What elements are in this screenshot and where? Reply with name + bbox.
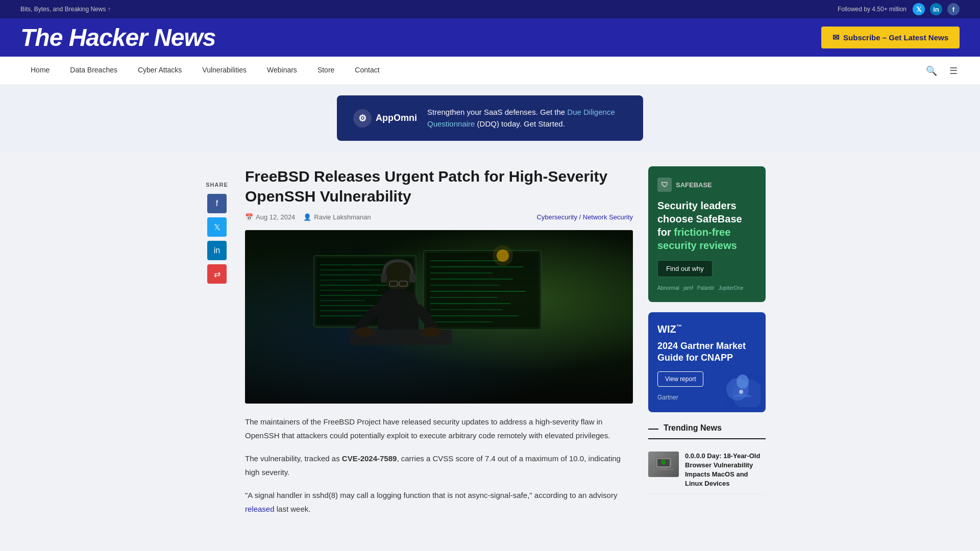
ad-banner[interactable]: ⚙ AppOmni Strengthen your SaaS defenses.… bbox=[337, 95, 643, 141]
partner-jupiterone: JupiterOne bbox=[719, 285, 744, 291]
trending-title: Trending News bbox=[664, 423, 722, 433]
safebase-highlight: friction-free security reviews bbox=[657, 227, 737, 251]
svg-rect-30 bbox=[381, 273, 387, 283]
trending-item-title[interactable]: 0.0.0.0 Day: 18-Year-Old Browser Vulnera… bbox=[685, 452, 766, 489]
top-bar-right: Followed by 4.50+ million 𝕏 in f bbox=[838, 3, 960, 15]
followers-text: Followed by 4.50+ million bbox=[838, 6, 906, 13]
svg-point-40 bbox=[739, 390, 743, 394]
trending-section: — Trending News bbox=[648, 422, 766, 494]
svg-rect-31 bbox=[409, 273, 415, 283]
facebook-icon[interactable]: f bbox=[947, 3, 960, 15]
social-icons: 𝕏 in f bbox=[913, 3, 960, 15]
safebase-ad[interactable]: 🛡 SAFEBASE Security leaders choose SafeB… bbox=[648, 166, 766, 302]
nav-data-breaches[interactable]: Data Breaches bbox=[60, 57, 128, 85]
safebase-partner-logos: Abnormal jamf Palantir JupiterOne bbox=[657, 285, 756, 291]
article-meta-left: 📅 Aug 12, 2024 👤 Ravie Lakshmanan bbox=[245, 213, 371, 221]
wiz-cta-button[interactable]: View report bbox=[657, 371, 703, 387]
article-image-bg bbox=[245, 230, 633, 404]
share-label: SHARE bbox=[206, 182, 228, 188]
nav-links: Home Data Breaches Cyber Attacks Vulnera… bbox=[20, 57, 390, 85]
search-button[interactable]: 🔍 bbox=[924, 63, 939, 79]
svg-point-36 bbox=[493, 245, 513, 266]
article-meta: 📅 Aug 12, 2024 👤 Ravie Lakshmanan Cybers… bbox=[245, 213, 633, 221]
twitter-icon[interactable]: 𝕏 bbox=[913, 3, 925, 15]
tagline: Bits, Bytes, and Breaking News ↑ bbox=[20, 6, 111, 13]
svg-rect-44 bbox=[660, 468, 667, 469]
safebase-logo-icon: 🛡 bbox=[657, 178, 672, 192]
article-body: The maintainers of the FreeBSD Project h… bbox=[245, 415, 633, 516]
share-linkedin-button[interactable]: in bbox=[207, 241, 227, 260]
partner-jamf: jamf bbox=[683, 285, 693, 291]
partner-abnormal: Abnormal bbox=[657, 285, 679, 291]
menu-button[interactable]: ☰ bbox=[947, 63, 960, 79]
nav-webinars[interactable]: Webinars bbox=[257, 57, 307, 85]
appomni-logo: ⚙ AppOmni bbox=[353, 109, 417, 128]
wiz-title: 2024 Gartner Market Guide for CNAPP bbox=[657, 340, 756, 364]
right-sidebar: 🛡 SAFEBASE Security leaders choose SafeB… bbox=[648, 166, 766, 525]
article-paragraph-2: The vulnerability, tracked as CVE-2024-7… bbox=[245, 452, 633, 479]
envelope-icon: ✉ bbox=[832, 33, 839, 42]
ad-ddq-link[interactable]: Due Diligence Questionnaire bbox=[427, 108, 615, 128]
article-category[interactable]: Cybersecurity / Network Security bbox=[536, 213, 633, 221]
safebase-title: Security leaders choose SafeBase for fri… bbox=[657, 199, 756, 252]
nav-icons: 🔍 ☰ bbox=[924, 63, 960, 79]
top-bar: Bits, Bytes, and Breaking News ↑ Followe… bbox=[0, 0, 980, 18]
nav-home[interactable]: Home bbox=[20, 57, 60, 85]
article-title: FreeBSD Releases Urgent Patch for High-S… bbox=[245, 166, 633, 206]
nav-store[interactable]: Store bbox=[307, 57, 345, 85]
header: The Hacker News ✉ Subscribe – Get Latest… bbox=[0, 18, 980, 57]
wiz-logo: WIZ™ bbox=[657, 323, 756, 335]
partner-palantir: Palantir bbox=[697, 285, 715, 291]
wiz-graphic bbox=[720, 366, 761, 407]
article-area: FreeBSD Releases Urgent Patch for High-S… bbox=[245, 166, 633, 525]
nav-cyber-attacks[interactable]: Cyber Attacks bbox=[128, 57, 192, 85]
article-paragraph-1: The maintainers of the FreeBSD Project h… bbox=[245, 415, 633, 442]
article-image-svg bbox=[299, 235, 579, 398]
safebase-logo: 🛡 SAFEBASE bbox=[657, 178, 756, 192]
share-facebook-button[interactable]: f bbox=[207, 194, 227, 213]
trending-thumb-image bbox=[648, 452, 679, 477]
article-paragraph-3: "A signal handler in sshd(8) may call a … bbox=[245, 488, 633, 516]
article-image bbox=[245, 230, 633, 404]
nav-vulnerabilities[interactable]: Vulnerabilities bbox=[192, 57, 257, 85]
subscribe-label: Subscribe – Get Latest News bbox=[843, 33, 948, 42]
article-author: 👤 Ravie Lakshmanan bbox=[303, 213, 371, 221]
svg-point-39 bbox=[737, 374, 749, 389]
share-sidebar: SHARE f 𝕏 in ⇄ bbox=[204, 166, 230, 525]
site-title[interactable]: The Hacker News bbox=[20, 23, 216, 52]
nav-contact[interactable]: Contact bbox=[345, 57, 389, 85]
ad-text: Strengthen your SaaS defenses. Get the D… bbox=[427, 107, 627, 130]
linkedin-icon[interactable]: in bbox=[930, 3, 942, 15]
subscribe-button[interactable]: ✉ Subscribe – Get Latest News bbox=[821, 27, 960, 48]
safebase-cta-button[interactable]: Find out why bbox=[657, 260, 713, 277]
share-other-button[interactable]: ⇄ bbox=[207, 264, 227, 284]
trending-item: 0.0.0.0 Day: 18-Year-Old Browser Vulnera… bbox=[648, 446, 766, 494]
main-nav: Home Data Breaches Cyber Attacks Vulnera… bbox=[0, 57, 980, 85]
released-link[interactable]: released bbox=[245, 505, 275, 513]
svg-point-33 bbox=[356, 327, 374, 337]
ad-banner-wrapper: ⚙ AppOmni Strengthen your SaaS defenses.… bbox=[0, 85, 980, 151]
cve-id: CVE-2024-7589 bbox=[342, 454, 397, 463]
trending-header: — Trending News bbox=[648, 422, 766, 439]
article-date: 📅 Aug 12, 2024 bbox=[245, 213, 295, 221]
svg-point-34 bbox=[422, 327, 440, 337]
trending-thumb bbox=[648, 452, 679, 477]
trending-dash: — bbox=[648, 422, 658, 434]
wiz-ad[interactable]: WIZ™ 2024 Gartner Market Guide for CNAPP… bbox=[648, 312, 766, 412]
appomni-icon: ⚙ bbox=[353, 109, 372, 128]
share-twitter-button[interactable]: 𝕏 bbox=[207, 217, 227, 237]
main-content: SHARE f 𝕏 in ⇄ FreeBSD Releases Urgent P… bbox=[184, 151, 796, 540]
